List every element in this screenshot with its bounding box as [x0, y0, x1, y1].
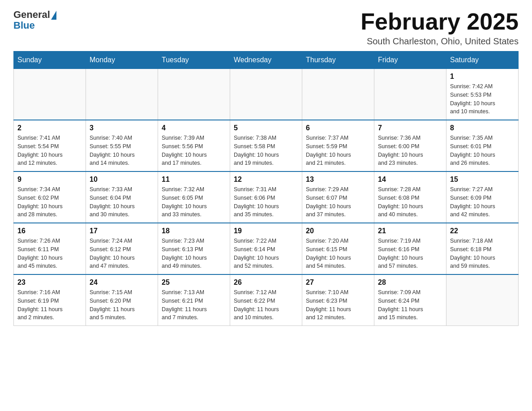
calendar-cell — [374, 69, 446, 120]
day-header-friday: Friday — [374, 51, 446, 69]
calendar-cell: 4Sunrise: 7:39 AMSunset: 5:56 PMDaylight… — [158, 120, 230, 171]
calendar-cell — [446, 274, 519, 326]
day-info: Sunrise: 7:24 AMSunset: 6:12 PMDaylight:… — [90, 237, 154, 270]
day-header-saturday: Saturday — [446, 51, 519, 69]
day-number: 22 — [450, 227, 515, 235]
month-title: February 2025 — [360, 9, 519, 34]
calendar-cell: 26Sunrise: 7:12 AMSunset: 6:22 PMDayligh… — [230, 274, 302, 326]
day-info: Sunrise: 7:31 AMSunset: 6:06 PMDaylight:… — [234, 185, 298, 219]
day-info: Sunrise: 7:27 AMSunset: 6:09 PMDaylight:… — [450, 185, 515, 219]
day-info: Sunrise: 7:35 AMSunset: 6:01 PMDaylight:… — [450, 134, 515, 167]
calendar-cell — [302, 69, 374, 120]
day-number: 28 — [378, 278, 442, 287]
calendar-cell: 24Sunrise: 7:15 AMSunset: 6:20 PMDayligh… — [86, 274, 158, 326]
day-info: Sunrise: 7:09 AMSunset: 6:24 PMDaylight:… — [378, 288, 442, 322]
day-info: Sunrise: 7:36 AMSunset: 6:00 PMDaylight:… — [378, 134, 442, 167]
day-info: Sunrise: 7:28 AMSunset: 6:08 PMDaylight:… — [378, 185, 442, 219]
calendar-cell: 10Sunrise: 7:33 AMSunset: 6:04 PMDayligh… — [86, 171, 158, 223]
day-header-wednesday: Wednesday — [230, 51, 302, 69]
day-number: 16 — [17, 227, 82, 235]
day-number: 20 — [306, 227, 370, 235]
day-info: Sunrise: 7:40 AMSunset: 5:55 PMDaylight:… — [90, 134, 154, 167]
calendar-cell: 3Sunrise: 7:40 AMSunset: 5:55 PMDaylight… — [86, 120, 158, 171]
calendar-week-row: 16Sunrise: 7:26 AMSunset: 6:11 PMDayligh… — [14, 223, 519, 274]
logo: General Blue — [13, 9, 56, 31]
calendar-cell: 11Sunrise: 7:32 AMSunset: 6:05 PMDayligh… — [158, 171, 230, 223]
calendar-cell — [14, 69, 86, 120]
day-info: Sunrise: 7:15 AMSunset: 6:20 PMDaylight:… — [90, 288, 154, 322]
calendar-cell: 17Sunrise: 7:24 AMSunset: 6:12 PMDayligh… — [86, 223, 158, 274]
day-info: Sunrise: 7:33 AMSunset: 6:04 PMDaylight:… — [90, 185, 154, 219]
logo-general-text: General — [13, 9, 50, 21]
calendar-table: SundayMondayTuesdayWednesdayThursdayFrid… — [13, 51, 519, 326]
day-number: 3 — [90, 124, 154, 132]
day-info: Sunrise: 7:10 AMSunset: 6:23 PMDaylight:… — [306, 288, 370, 322]
day-number: 13 — [306, 176, 370, 184]
calendar-cell — [230, 69, 302, 120]
calendar-week-row: 1Sunrise: 7:42 AMSunset: 5:53 PMDaylight… — [14, 69, 519, 120]
calendar-cell: 6Sunrise: 7:37 AMSunset: 5:59 PMDaylight… — [302, 120, 374, 171]
day-number: 8 — [450, 124, 515, 132]
day-number: 4 — [162, 124, 226, 132]
calendar-cell: 25Sunrise: 7:13 AMSunset: 6:21 PMDayligh… — [158, 274, 230, 326]
day-header-tuesday: Tuesday — [158, 51, 230, 69]
calendar-cell: 16Sunrise: 7:26 AMSunset: 6:11 PMDayligh… — [14, 223, 86, 274]
day-info: Sunrise: 7:16 AMSunset: 6:19 PMDaylight:… — [17, 288, 82, 322]
day-number: 15 — [450, 176, 515, 184]
calendar-cell: 12Sunrise: 7:31 AMSunset: 6:06 PMDayligh… — [230, 171, 302, 223]
page-header: General Blue February 2025 South Charles… — [13, 9, 519, 47]
calendar-cell — [86, 69, 158, 120]
day-number: 24 — [90, 278, 154, 287]
day-number: 5 — [234, 124, 298, 132]
day-number: 11 — [162, 176, 226, 184]
calendar-cell: 27Sunrise: 7:10 AMSunset: 6:23 PMDayligh… — [302, 274, 374, 326]
day-header-monday: Monday — [86, 51, 158, 69]
day-info: Sunrise: 7:29 AMSunset: 6:07 PMDaylight:… — [306, 185, 370, 219]
day-number: 1 — [450, 73, 515, 81]
day-number: 7 — [378, 124, 442, 132]
calendar-cell: 18Sunrise: 7:23 AMSunset: 6:13 PMDayligh… — [158, 223, 230, 274]
day-info: Sunrise: 7:13 AMSunset: 6:21 PMDaylight:… — [162, 288, 226, 322]
day-info: Sunrise: 7:37 AMSunset: 5:59 PMDaylight:… — [306, 134, 370, 167]
day-info: Sunrise: 7:26 AMSunset: 6:11 PMDaylight:… — [17, 237, 82, 270]
calendar-cell: 14Sunrise: 7:28 AMSunset: 6:08 PMDayligh… — [374, 171, 446, 223]
calendar-cell — [158, 69, 230, 120]
calendar-cell: 5Sunrise: 7:38 AMSunset: 5:58 PMDaylight… — [230, 120, 302, 171]
day-number: 23 — [17, 278, 82, 287]
logo-blue-text: Blue — [13, 20, 35, 31]
day-number: 18 — [162, 227, 226, 235]
day-number: 2 — [17, 124, 82, 132]
day-info: Sunrise: 7:20 AMSunset: 6:15 PMDaylight:… — [306, 237, 370, 270]
calendar-week-row: 9Sunrise: 7:34 AMSunset: 6:02 PMDaylight… — [14, 171, 519, 223]
day-info: Sunrise: 7:23 AMSunset: 6:13 PMDaylight:… — [162, 237, 226, 270]
day-info: Sunrise: 7:38 AMSunset: 5:58 PMDaylight:… — [234, 134, 298, 167]
calendar-cell: 1Sunrise: 7:42 AMSunset: 5:53 PMDaylight… — [446, 69, 519, 120]
day-info: Sunrise: 7:32 AMSunset: 6:05 PMDaylight:… — [162, 185, 226, 219]
day-number: 19 — [234, 227, 298, 235]
calendar-cell: 19Sunrise: 7:22 AMSunset: 6:14 PMDayligh… — [230, 223, 302, 274]
calendar-cell: 20Sunrise: 7:20 AMSunset: 6:15 PMDayligh… — [302, 223, 374, 274]
calendar-cell: 23Sunrise: 7:16 AMSunset: 6:19 PMDayligh… — [14, 274, 86, 326]
day-number: 12 — [234, 176, 298, 184]
day-info: Sunrise: 7:39 AMSunset: 5:56 PMDaylight:… — [162, 134, 226, 167]
day-info: Sunrise: 7:18 AMSunset: 6:18 PMDaylight:… — [450, 237, 515, 270]
calendar-cell: 22Sunrise: 7:18 AMSunset: 6:18 PMDayligh… — [446, 223, 519, 274]
location-text: South Charleston, Ohio, United States — [360, 36, 519, 47]
logo-triangle-icon — [51, 11, 56, 20]
day-info: Sunrise: 7:42 AMSunset: 5:53 PMDaylight:… — [450, 82, 515, 116]
title-section: February 2025 South Charleston, Ohio, Un… — [360, 9, 519, 47]
day-info: Sunrise: 7:34 AMSunset: 6:02 PMDaylight:… — [17, 185, 82, 219]
calendar-cell: 28Sunrise: 7:09 AMSunset: 6:24 PMDayligh… — [374, 274, 446, 326]
day-info: Sunrise: 7:19 AMSunset: 6:16 PMDaylight:… — [378, 237, 442, 270]
calendar-cell: 8Sunrise: 7:35 AMSunset: 6:01 PMDaylight… — [446, 120, 519, 171]
day-info: Sunrise: 7:22 AMSunset: 6:14 PMDaylight:… — [234, 237, 298, 270]
calendar-cell: 21Sunrise: 7:19 AMSunset: 6:16 PMDayligh… — [374, 223, 446, 274]
calendar-cell: 13Sunrise: 7:29 AMSunset: 6:07 PMDayligh… — [302, 171, 374, 223]
day-number: 25 — [162, 278, 226, 287]
calendar-week-row: 23Sunrise: 7:16 AMSunset: 6:19 PMDayligh… — [14, 274, 519, 326]
calendar-cell: 2Sunrise: 7:41 AMSunset: 5:54 PMDaylight… — [14, 120, 86, 171]
calendar-cell: 9Sunrise: 7:34 AMSunset: 6:02 PMDaylight… — [14, 171, 86, 223]
day-header-sunday: Sunday — [14, 51, 86, 69]
calendar-cell: 7Sunrise: 7:36 AMSunset: 6:00 PMDaylight… — [374, 120, 446, 171]
day-info: Sunrise: 7:41 AMSunset: 5:54 PMDaylight:… — [17, 134, 82, 167]
